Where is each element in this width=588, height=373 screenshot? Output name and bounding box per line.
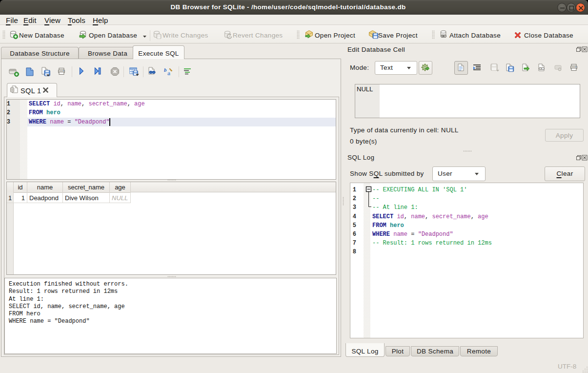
svg-text:b: b (164, 67, 167, 73)
svg-text:a: a (167, 70, 170, 77)
